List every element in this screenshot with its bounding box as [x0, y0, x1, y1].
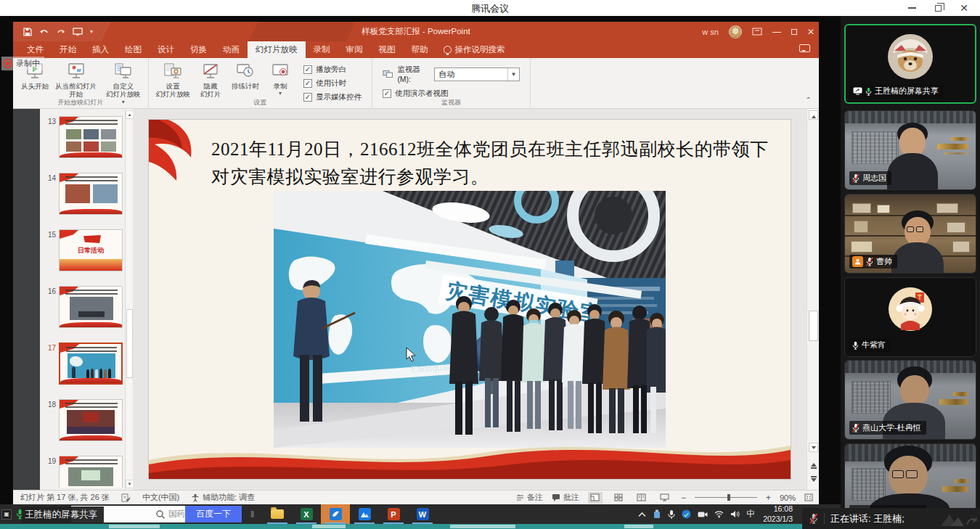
participant-label: 周志国 [849, 171, 891, 185]
spellcheck-icon[interactable] [121, 493, 131, 502]
ppt-close-icon[interactable]: ✕ [807, 27, 814, 37]
ppt-minimize-icon[interactable]: — [772, 27, 781, 37]
slideshow-view-button[interactable] [658, 492, 672, 504]
setup-slideshow-button[interactable]: 设置 幻灯片放映 [153, 60, 194, 100]
my-mic-muted-icon[interactable] [809, 513, 818, 524]
slide-sorter-view-button[interactable] [611, 492, 626, 504]
camera-icon[interactable] [698, 511, 708, 518]
accessibility-status[interactable]: 辅助功能: 调查 [191, 492, 255, 503]
previous-slide-button[interactable] [809, 460, 818, 469]
thumbnail-scrollbar[interactable]: ▲ ▼ [125, 109, 133, 490]
ppt-account-name[interactable]: w sn [702, 28, 719, 36]
tab-design[interactable]: 设计 [150, 41, 182, 58]
taskbar-divider: ‖ [250, 509, 254, 520]
tab-home[interactable]: 开始 [52, 41, 84, 58]
rehearse-timings-button[interactable]: 排练计时 [228, 60, 263, 91]
tell-me-search[interactable]: 操作说明搜索 [436, 41, 513, 58]
baidu-search-button[interactable]: 百度一下 [185, 506, 242, 522]
thumbnail-19[interactable]: 19 [40, 456, 133, 488]
hide-slide-button[interactable]: 隐藏 幻灯片 [193, 60, 228, 100]
collapse-ribbon-icon[interactable]: ⌃ [806, 96, 812, 104]
participant-tile-niuzixiao[interactable]: 牛紫宵 [844, 277, 976, 357]
taskbar-file-explorer[interactable] [263, 504, 292, 524]
tab-help[interactable]: 帮助 [404, 41, 436, 58]
tab-draw[interactable]: 绘图 [117, 41, 150, 58]
language-status[interactable]: 中文(中国) [142, 492, 179, 503]
normal-view-button[interactable] [588, 492, 603, 504]
participant-tile-caoshuai[interactable]: 曹帅 [844, 194, 976, 274]
comments-icon[interactable] [799, 44, 810, 52]
powerpoint-icon: P [388, 508, 400, 520]
notes-button[interactable]: 备注 [516, 492, 543, 503]
record-button[interactable]: 录制 ▾ [263, 60, 298, 99]
zoom-out-icon[interactable]: − [681, 493, 686, 503]
tab-record[interactable]: 录制 [306, 41, 338, 58]
slide-vertical-scrollbar[interactable] [807, 109, 819, 490]
taskbar-excel[interactable]: X [292, 504, 321, 524]
tab-view[interactable]: 视图 [371, 41, 404, 58]
search-input[interactable]: 国药不如国“好... [166, 509, 185, 520]
ime-indicator[interactable]: 中 [746, 508, 755, 520]
ppt-ribbon: 从头开始 从当前幻灯片 开始 自定义 幻灯片放映 ▾ 开始放映幻灯片 设置 幻灯… [13, 58, 819, 109]
play-narration-checkbox[interactable]: ✓播放旁白 [303, 65, 362, 75]
presenter-view-checkbox[interactable]: ✓使用演示者视图 [383, 89, 520, 99]
tab-insert[interactable]: 插入 [84, 41, 117, 58]
thumbnail-13[interactable]: 13 [40, 116, 133, 158]
taskbar-powerpoint[interactable]: P [379, 504, 408, 524]
tray-clock[interactable]: 16:08 2023/1/3 [761, 504, 793, 523]
usb-device-icon[interactable] [653, 509, 661, 519]
participant-tile-zhouzhiguo[interactable]: 周志国 [844, 110, 976, 190]
zoom-in-icon[interactable]: + [766, 493, 771, 503]
participant-tile-duranheng[interactable]: 燕山大学-杜冉恒 [844, 360, 976, 440]
current-slide[interactable]: 2021年11月20日，216612班全体党团员在班主任郭迅副校长的带领下对灾害… [149, 120, 791, 479]
scroll-up-icon[interactable] [809, 110, 818, 120]
reading-view-button[interactable] [634, 492, 649, 504]
thumbnail-17-selected[interactable]: 17 [40, 343, 133, 385]
taskbar-meeting-app[interactable] [350, 504, 379, 524]
thumb-scroll-thumb[interactable] [126, 309, 133, 378]
thumbnail-15[interactable]: 15 日常活动 [40, 229, 133, 271]
scroll-thumb[interactable] [809, 311, 818, 341]
tray-expand-icon[interactable] [638, 512, 646, 517]
tab-animations[interactable]: 动画 [215, 41, 248, 58]
fit-to-window-icon[interactable] [804, 493, 813, 501]
participant-tile-wangshengnan[interactable]: 王胜楠的屏幕共享 [844, 24, 976, 104]
monitor-dropdown[interactable]: 自动 ▼ [434, 67, 520, 81]
scroll-down-icon[interactable] [809, 443, 818, 452]
meeting-float-icon[interactable]: ▣ [1, 509, 12, 520]
close-button[interactable]: ✕ [951, 0, 977, 16]
ppt-restore-icon[interactable] [791, 29, 797, 35]
zoom-slider[interactable] [695, 497, 757, 498]
tab-slideshow[interactable]: 幻灯片放映 [248, 41, 306, 58]
use-timings-checkbox[interactable]: ✓使用计时 [303, 78, 362, 89]
comment-icon [552, 493, 560, 501]
zoom-percentage[interactable]: 90% [780, 493, 796, 502]
next-slide-button[interactable] [809, 476, 818, 485]
tab-review[interactable]: 审阅 [338, 41, 371, 58]
wifi-icon[interactable] [714, 510, 724, 518]
accessibility-icon [191, 493, 200, 502]
restore-button[interactable] [925, 0, 951, 16]
screen-share-chip[interactable]: 王胜楠的屏幕共享 [22, 507, 104, 523]
tab-file[interactable]: 文件 [19, 41, 52, 58]
thumbnail-16[interactable]: 16 [40, 286, 133, 328]
speaker-icon[interactable] [730, 510, 740, 518]
tray-mic-icon[interactable] [668, 509, 675, 520]
ppt-account-avatar[interactable] [729, 25, 742, 38]
screen-share-icon [853, 87, 862, 95]
minimize-button[interactable] [899, 0, 925, 16]
lightbulb-icon [444, 46, 452, 54]
taskbar-app-alert[interactable] [321, 504, 350, 524]
watermark-logo [939, 510, 977, 527]
taskbar-word[interactable]: W [408, 504, 437, 524]
zoom-slider-thumb[interactable] [727, 494, 730, 501]
from-current-slide-button[interactable]: 从当前幻灯片 开始 [52, 60, 99, 100]
mic-muted-icon [852, 423, 859, 432]
ribbon-display-icon[interactable] [752, 28, 762, 36]
thumbnail-14[interactable]: 14 [40, 173, 133, 215]
member-badge-icon [852, 256, 863, 267]
comments-button[interactable]: 批注 [552, 492, 579, 503]
tab-transitions[interactable]: 切换 [182, 41, 215, 58]
thumbnail-18[interactable]: 18 [40, 399, 133, 441]
meeting-tray-icon[interactable] [682, 509, 691, 519]
